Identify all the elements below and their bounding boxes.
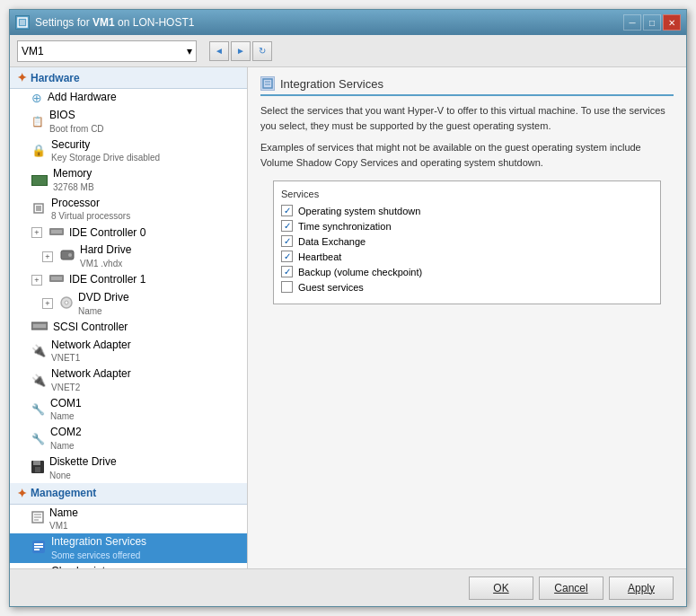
management-section-header: ✦ Management — [10, 483, 247, 505]
apply-button[interactable]: Apply — [609, 576, 674, 600]
bios-icon: 📋 — [31, 116, 44, 128]
sidebar-item-ide-controller-0[interactable]: + IDE Controller 0 — [10, 224, 247, 242]
guest-services-checkbox[interactable] — [281, 281, 293, 293]
memory-icon — [31, 173, 48, 186]
apply-label: Apply — [628, 582, 655, 594]
memory-sub: 32768 MB — [53, 181, 94, 193]
forward-button[interactable]: ► — [231, 41, 251, 61]
svg-rect-25 — [263, 79, 272, 88]
expand-dvd-icon[interactable]: + — [42, 298, 53, 309]
panel-title-icon — [260, 76, 275, 91]
sidebar-item-processor[interactable]: Processor 8 Virtual processors — [10, 195, 247, 224]
hardware-section-label: Hardware — [31, 72, 80, 84]
svg-rect-9 — [51, 277, 62, 280]
svg-rect-13 — [33, 324, 46, 328]
expand-ide0-icon[interactable]: + — [31, 227, 42, 238]
nav-buttons: ◄ ► ↻ — [209, 41, 272, 61]
heartbeat-checkbox[interactable] — [281, 251, 293, 262]
memory-label: Memory — [53, 167, 94, 181]
heartbeat-label: Heartbeat — [298, 251, 341, 262]
settings-window: Settings for VM1 on LON-HOST1 ─ □ ✕ VM1 … — [9, 9, 687, 607]
sidebar-item-hard-drive[interactable]: + Hard Drive VM1 .vhdx — [10, 242, 247, 271]
vm-dropdown[interactable]: VM1 ▾ — [17, 40, 197, 62]
ide-controller-1-icon — [49, 273, 64, 286]
vm-dropdown-value: VM1 — [22, 45, 44, 57]
integration-services-label: Integration Services — [51, 535, 146, 550]
guest-services-label: Guest services — [298, 282, 364, 293]
refresh-button[interactable]: ↻ — [252, 41, 272, 61]
scsi-controller-label: SCSI Controller — [53, 321, 128, 335]
sidebar-item-bios[interactable]: 📋 BIOS Boot from CD — [10, 107, 247, 136]
svg-point-11 — [65, 301, 68, 304]
ide-controller-0-icon — [49, 226, 64, 240]
service-item-heartbeat: Heartbeat — [281, 251, 653, 262]
integration-services-sub: Some services offered — [51, 550, 146, 561]
network-adapter-2-icon: 🔌 — [31, 374, 46, 387]
refresh-icon: ↻ — [259, 46, 266, 56]
sidebar-item-dvd-drive[interactable]: + DVD Drive Name — [10, 289, 247, 319]
sidebar-item-integration-services[interactable]: Integration Services Some services offer… — [10, 533, 247, 563]
data-exchange-checkbox[interactable] — [281, 235, 293, 247]
com2-label: COM2 — [50, 426, 82, 440]
expand-ide1-icon[interactable]: + — [31, 275, 42, 286]
backup-checkbox[interactable] — [281, 266, 293, 277]
time-sync-checkbox[interactable] — [281, 220, 293, 232]
sidebar-item-add-hardware[interactable]: ⊕ Add Hardware — [10, 89, 247, 107]
dvd-drive-sub: Name — [78, 305, 129, 317]
com1-sub: Name — [50, 410, 82, 422]
processor-label: Processor — [51, 197, 130, 211]
add-hardware-label: Add Hardware — [48, 91, 117, 105]
forward-icon: ► — [236, 46, 245, 56]
panel-title: Integration Services — [280, 77, 383, 91]
panel-header: Integration Services Select the services… — [248, 67, 686, 180]
ide-controller-1-label: IDE Controller 1 — [69, 273, 145, 287]
integration-services-icon — [31, 540, 46, 557]
add-hardware-icon: ⊕ — [31, 91, 42, 105]
hardware-section-header: ✦ Hardware — [10, 67, 247, 89]
hard-drive-icon — [60, 249, 75, 264]
window-icon — [15, 15, 30, 30]
expand-hdd-icon[interactable]: + — [42, 251, 53, 262]
service-item-time-sync: Time synchronization — [281, 220, 653, 232]
back-button[interactable]: ◄ — [209, 41, 229, 61]
diskette-drive-sub: None — [49, 470, 117, 481]
svg-rect-22 — [34, 543, 43, 545]
diskette-drive-label: Diskette Drive — [49, 455, 117, 470]
sidebar-item-com1[interactable]: 🔧 COM1 Name — [10, 395, 247, 425]
bios-label: BIOS — [49, 109, 104, 123]
hard-drive-sub: VM1 .vhdx — [80, 258, 131, 269]
sidebar-item-memory[interactable]: Memory 32768 MB — [10, 165, 247, 195]
description-text-1: Select the services that you want Hyper-… — [260, 103, 674, 133]
minimize-button[interactable]: ─ — [623, 14, 641, 31]
management-section-icon: ✦ — [17, 487, 27, 500]
diskette-drive-icon — [31, 461, 44, 476]
bios-sub: Boot from CD — [49, 123, 104, 135]
sidebar-item-network-adapter-1[interactable]: 🔌 Network Adapter VNET1 — [10, 337, 247, 366]
service-item-os-shutdown: Operating system shutdown — [281, 205, 653, 216]
services-container: Services Operating system shutdown Time … — [248, 180, 686, 568]
scsi-controller-icon — [31, 321, 48, 334]
close-button[interactable]: ✕ — [663, 14, 681, 31]
svg-rect-16 — [35, 467, 40, 472]
ide-controller-0-label: IDE Controller 0 — [69, 226, 145, 241]
maximize-button[interactable]: □ — [643, 14, 661, 31]
sidebar-item-network-adapter-2[interactable]: 🔌 Network Adapter VNET2 — [10, 365, 247, 395]
dropdown-arrow-icon: ▾ — [187, 45, 192, 57]
sidebar-item-ide-controller-1[interactable]: + IDE Controller 1 — [10, 271, 247, 289]
sidebar-item-com2[interactable]: 🔧 COM2 Name — [10, 424, 247, 453]
ok-button[interactable]: OK — [469, 576, 533, 600]
sidebar-item-name[interactable]: Name VM1 — [10, 505, 247, 534]
sidebar-item-diskette-drive[interactable]: Diskette Drive None — [10, 453, 247, 483]
sidebar-item-scsi-controller[interactable]: SCSI Controller — [10, 319, 247, 337]
services-label: Services — [281, 189, 653, 199]
sidebar-item-security[interactable]: 🔒 Security Key Storage Drive disabled — [10, 136, 247, 166]
security-sub: Key Storage Drive disabled — [51, 152, 160, 163]
os-shutdown-checkbox[interactable] — [281, 205, 293, 216]
toolbar: VM1 ▾ ◄ ► ↻ — [10, 35, 686, 67]
svg-point-7 — [68, 253, 72, 257]
panel-title-bar: Integration Services — [260, 76, 674, 96]
cancel-button[interactable]: Cancel — [539, 576, 603, 600]
network-adapter-2-label: Network Adapter — [51, 367, 131, 382]
content-area: ✦ Hardware ⊕ Add Hardware 📋 BIOS Boot fr… — [10, 67, 686, 568]
hardware-section-icon: ✦ — [17, 71, 27, 84]
